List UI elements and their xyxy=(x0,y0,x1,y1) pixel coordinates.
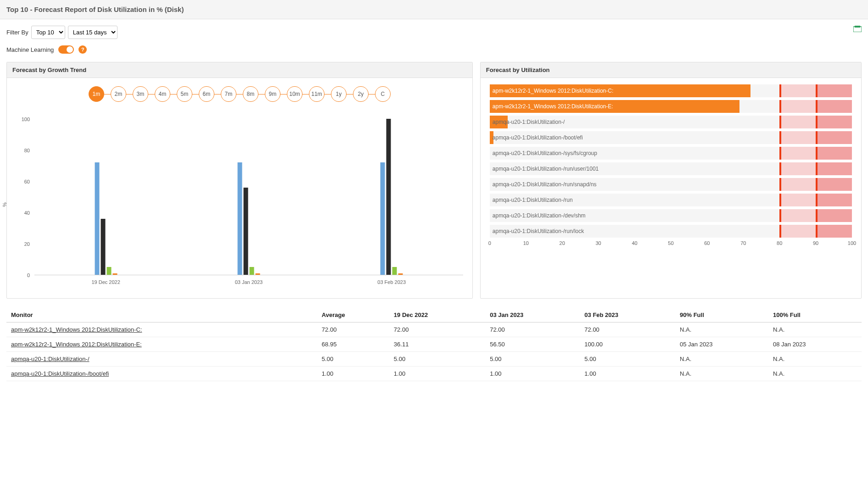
threshold-line xyxy=(779,116,781,128)
hbar-row[interactable]: apmqa-u20-1:DiskUtilization-/dev/shm xyxy=(490,209,852,222)
table-cell: 5.00 xyxy=(389,352,485,367)
time-pill-C[interactable]: C xyxy=(375,86,391,102)
table-header[interactable]: 03 Jan 2023 xyxy=(485,308,580,322)
table-cell: N.A. xyxy=(768,322,862,337)
export-icon[interactable] xyxy=(853,26,862,33)
help-icon[interactable]: ? xyxy=(78,45,87,54)
bar[interactable] xyxy=(95,162,99,275)
table-header[interactable]: 03 Feb 2023 xyxy=(580,308,675,322)
time-pill-1m[interactable]: 1m xyxy=(89,86,104,102)
table-header[interactable]: 90% Full xyxy=(675,308,768,322)
table-header[interactable]: 19 Dec 2022 xyxy=(389,308,485,322)
table-cell[interactable]: apmqa-u20-1:DiskUtilization-/boot/efi xyxy=(6,367,317,381)
y-tick: 0 xyxy=(16,272,30,278)
time-pills: 1m2m3m4m5m6m7m8m9m10m11m1y2yC xyxy=(7,78,472,106)
monitor-link[interactable]: apmqa-u20-1:DiskUtilization-/boot/efi xyxy=(11,370,109,377)
table-cell: 36.11 xyxy=(389,337,485,352)
bar[interactable] xyxy=(386,119,391,275)
table-row: apmqa-u20-1:DiskUtilization-/5.005.005.0… xyxy=(6,352,862,367)
time-pill-4m[interactable]: 4m xyxy=(155,86,170,102)
hx-tick: 50 xyxy=(668,240,673,246)
time-pill-10m[interactable]: 10m xyxy=(287,86,302,102)
table-cell: 1.00 xyxy=(485,367,580,381)
monitor-link[interactable]: apm-w2k12r2-1_Windows 2012:DiskUtilizati… xyxy=(11,326,142,333)
table-cell: N.A. xyxy=(675,367,768,381)
threshold-line xyxy=(779,131,781,144)
table-cell[interactable]: apm-w2k12r2-1_Windows 2012:DiskUtilizati… xyxy=(6,322,317,337)
time-pill-5m[interactable]: 5m xyxy=(177,86,192,102)
hx-axis: 0102030405060708090100 xyxy=(490,240,852,250)
table-cell: 5.00 xyxy=(485,352,580,367)
ml-toggle[interactable] xyxy=(58,45,74,54)
hbar-label: apm-w2k12r2-1_Windows 2012:DiskUtilizati… xyxy=(493,88,613,94)
time-pill-8m[interactable]: 8m xyxy=(243,86,258,102)
time-pill-11m[interactable]: 11m xyxy=(309,86,325,102)
hbar-row[interactable]: apm-w2k12r2-1_Windows 2012:DiskUtilizati… xyxy=(490,84,852,97)
table-cell[interactable]: apm-w2k12r2-1_Windows 2012:DiskUtilizati… xyxy=(6,337,317,352)
filter-row: Filter By Top 10 Last 15 days xyxy=(0,19,868,45)
hbar-row[interactable]: apmqa-u20-1:DiskUtilization-/run/user/10… xyxy=(490,162,852,175)
bar[interactable] xyxy=(249,267,254,275)
threshold-line xyxy=(816,194,818,206)
panel-header: Forecast by Utilization xyxy=(481,62,861,78)
time-pill-1y[interactable]: 1y xyxy=(331,86,347,102)
hbar-row[interactable]: apmqa-u20-1:DiskUtilization-/run xyxy=(490,194,852,206)
hbar-label: apmqa-u20-1:DiskUtilization-/dev/shm xyxy=(493,212,586,219)
table-header[interactable]: 100% Full xyxy=(768,308,862,322)
hbar-row[interactable]: apm-w2k12r2-1_Windows 2012:DiskUtilizati… xyxy=(490,100,852,113)
table-cell: 56.50 xyxy=(485,337,580,352)
hbar-row[interactable]: apmqa-u20-1:DiskUtilization-/run/lock xyxy=(490,225,852,238)
toggle-knob xyxy=(67,46,73,53)
bar[interactable] xyxy=(106,267,111,275)
x-label: 03 Jan 2023 xyxy=(235,279,263,285)
table-header[interactable]: Average xyxy=(317,308,389,322)
bar[interactable] xyxy=(237,162,242,275)
hbar-row[interactable]: apmqa-u20-1:DiskUtilization-/run/snapd/n… xyxy=(490,178,852,191)
forecast-table: MonitorAverage19 Dec 202203 Jan 202303 F… xyxy=(6,308,862,381)
bar[interactable] xyxy=(243,188,248,275)
pill-connector xyxy=(148,94,155,94)
table-cell[interactable]: apmqa-u20-1:DiskUtilization-/ xyxy=(6,352,317,367)
y-tick: 100 xyxy=(16,117,30,122)
threshold-warn-zone xyxy=(779,84,816,97)
pill-connector xyxy=(258,94,265,94)
monitor-link[interactable]: apmqa-u20-1:DiskUtilization-/ xyxy=(11,356,90,362)
filter-top-select[interactable]: Top 10 xyxy=(31,26,65,39)
threshold-crit-zone xyxy=(816,162,852,175)
threshold-line xyxy=(816,84,818,97)
time-pill-2y[interactable]: 2y xyxy=(353,86,369,102)
bar[interactable] xyxy=(392,267,397,275)
time-pill-2m[interactable]: 2m xyxy=(111,86,126,102)
time-pill-7m[interactable]: 7m xyxy=(221,86,236,102)
ml-row: Machine Learning ? xyxy=(0,45,868,62)
bar[interactable] xyxy=(112,273,117,275)
hbar-label: apmqa-u20-1:DiskUtilization-/run/snapd/n… xyxy=(493,181,597,188)
bar-group xyxy=(237,162,260,275)
hbar-row[interactable]: apmqa-u20-1:DiskUtilization-/boot/efi xyxy=(490,131,852,144)
time-pill-3m[interactable]: 3m xyxy=(133,86,148,102)
monitor-link[interactable]: apm-w2k12r2-1_Windows 2012:DiskUtilizati… xyxy=(11,341,142,348)
bar[interactable] xyxy=(101,219,105,275)
threshold-warn-zone xyxy=(779,147,816,160)
bar[interactable] xyxy=(398,273,403,275)
hbar-label: apm-w2k12r2-1_Windows 2012:DiskUtilizati… xyxy=(493,103,613,110)
time-pill-6m[interactable]: 6m xyxy=(199,86,214,102)
table-cell: N.A. xyxy=(768,352,862,367)
bar[interactable] xyxy=(381,162,385,275)
table-header[interactable]: Monitor xyxy=(6,308,317,322)
threshold-crit-zone xyxy=(816,147,852,160)
hbar-fill: apm-w2k12r2-1_Windows 2012:DiskUtilizati… xyxy=(490,84,750,97)
time-pill-9m[interactable]: 9m xyxy=(265,86,280,102)
filter-range-select[interactable]: Last 15 days xyxy=(68,26,118,39)
table-cell: 72.00 xyxy=(580,322,675,337)
y-tick: 40 xyxy=(16,210,30,216)
table-cell: 5.00 xyxy=(580,352,675,367)
hbar-row[interactable]: apmqa-u20-1:DiskUtilization-/sys/fs/cgro… xyxy=(490,147,852,160)
threshold-warn-zone xyxy=(779,116,816,128)
hbar-row[interactable]: apmqa-u20-1:DiskUtilization-/ xyxy=(490,116,852,128)
table-cell: N.A. xyxy=(768,367,862,381)
threshold-line xyxy=(779,100,781,113)
threshold-crit-zone xyxy=(816,100,852,113)
page-title-bar: Top 10 - Forecast Report of Disk Utiliza… xyxy=(0,0,868,19)
bar[interactable] xyxy=(255,273,260,275)
